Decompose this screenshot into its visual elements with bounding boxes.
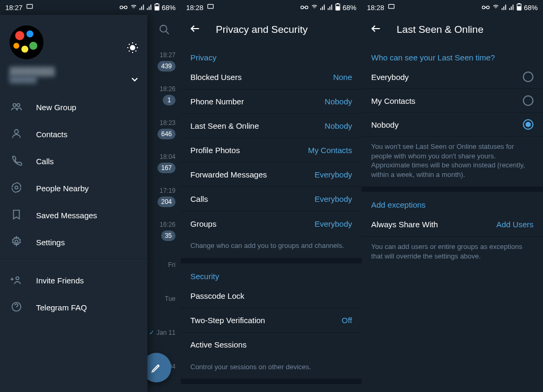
wifi-icon bbox=[311, 4, 318, 12]
status-bar: 18:28 68% bbox=[362, 0, 543, 15]
signal2-icon bbox=[328, 4, 333, 12]
peek-time: 17:19 bbox=[160, 187, 176, 194]
drawer-item-group[interactable]: New Group bbox=[0, 94, 147, 121]
row-label: Profile Photos bbox=[190, 146, 240, 155]
svg-point-23 bbox=[486, 6, 489, 8]
battery-icon bbox=[516, 3, 522, 12]
settings-row[interactable]: Blocked UsersNone bbox=[181, 65, 362, 90]
drawer-item-help[interactable]: Telegram FAQ bbox=[0, 294, 147, 321]
settings-row[interactable]: Passcode Lock bbox=[181, 284, 362, 308]
row-label: Active Sessions bbox=[190, 340, 247, 349]
settings-row[interactable]: Profile PhotosMy Contacts bbox=[181, 138, 362, 163]
settings-row[interactable]: CallsEverybody bbox=[181, 187, 362, 211]
settings-row[interactable]: Two-Step VerificationOff bbox=[181, 308, 362, 333]
navigation-drawer: ████████ ██████ New GroupContactsCallsPe… bbox=[0, 15, 147, 392]
radio-option[interactable]: My Contacts bbox=[362, 89, 543, 113]
svg-point-16 bbox=[301, 6, 303, 8]
bookmark-icon bbox=[11, 209, 22, 222]
row-label: Blocked Users bbox=[190, 73, 242, 82]
drawer-item-person[interactable]: Contacts bbox=[0, 121, 147, 148]
drawer-item-label: Telegram FAQ bbox=[36, 303, 87, 312]
battery-pct: 68% bbox=[343, 4, 356, 12]
settings-header: Last Seen & Online bbox=[362, 15, 543, 44]
chat-peek-row[interactable]: 18:23646 bbox=[148, 112, 181, 146]
svg-rect-21 bbox=[388, 4, 394, 8]
drawer-item-label: Settings bbox=[36, 238, 65, 247]
search-icon[interactable] bbox=[148, 15, 181, 44]
row-value: My Contacts bbox=[308, 146, 352, 155]
avatar[interactable] bbox=[10, 25, 43, 59]
unread-badge: 35 bbox=[161, 230, 176, 241]
svg-point-17 bbox=[305, 6, 308, 8]
settings-header: Privacy and Security bbox=[181, 15, 362, 44]
battery-pct: 68% bbox=[524, 4, 538, 12]
settings-row[interactable]: Active Sessions bbox=[181, 333, 362, 357]
svg-point-11 bbox=[15, 186, 18, 189]
status-time: 18:28 bbox=[186, 4, 204, 12]
drawer-item-label: People Nearby bbox=[36, 184, 89, 193]
drawer-item-label: Calls bbox=[36, 157, 54, 166]
unread-badge: 646 bbox=[157, 129, 176, 139]
radio-option[interactable]: Nobody bbox=[362, 113, 543, 137]
vpn-icon bbox=[300, 4, 309, 12]
row-label: Groups bbox=[190, 219, 216, 228]
settings-row[interactable]: Last Seen & OnlineNobody bbox=[181, 114, 362, 138]
status-time: 18:27 bbox=[5, 4, 23, 12]
svg-point-7 bbox=[130, 45, 135, 50]
svg-rect-4 bbox=[156, 3, 157, 4]
back-arrow-icon[interactable] bbox=[370, 23, 382, 37]
row-value: Everybody bbox=[314, 219, 352, 228]
back-arrow-icon[interactable] bbox=[189, 23, 201, 37]
row-label: Passcode Lock bbox=[190, 291, 244, 300]
section-title-delete: Delete my account bbox=[181, 384, 362, 392]
chat-peek-row[interactable]: 18:04167 bbox=[148, 146, 181, 180]
divider bbox=[0, 259, 147, 260]
cast-icon bbox=[207, 3, 214, 12]
drawer-item-nearby[interactable]: People Nearby bbox=[0, 175, 147, 202]
row-label: Last Seen & Online bbox=[190, 121, 259, 130]
phone-icon bbox=[11, 155, 22, 168]
invite-icon bbox=[11, 274, 22, 287]
section-footer: You can add users or entire groups as ex… bbox=[362, 237, 543, 268]
drawer-item-bookmark[interactable]: Saved Messages bbox=[0, 202, 147, 229]
signal2-icon bbox=[147, 4, 152, 12]
section-title-who: Who can see your Last Seen time? bbox=[362, 44, 543, 65]
peek-time: 18:26 bbox=[160, 85, 176, 93]
svg-rect-5 bbox=[155, 6, 159, 10]
settings-row[interactable]: Phone NumberNobody bbox=[181, 90, 362, 114]
chat-peek-row[interactable]: 16:2635 bbox=[148, 214, 181, 248]
drawer-item-phone[interactable]: Calls bbox=[0, 148, 147, 175]
settings-row[interactable]: Forwarded MessagesEverybody bbox=[181, 163, 362, 187]
row-label: Calls bbox=[190, 194, 208, 203]
row-value: Nobody bbox=[325, 121, 352, 130]
unread-badge: 167 bbox=[157, 163, 176, 173]
svg-point-6 bbox=[160, 25, 167, 32]
svg-point-2 bbox=[124, 6, 127, 8]
battery-icon bbox=[154, 3, 160, 12]
row-value: Add Users bbox=[496, 220, 533, 229]
drawer-item-invite[interactable]: Invite Friends bbox=[0, 267, 147, 294]
chat-peek-row[interactable]: 17:19204 bbox=[148, 180, 181, 214]
theme-toggle-icon[interactable] bbox=[126, 41, 139, 56]
row-value: Nobody bbox=[325, 97, 352, 106]
row-label: Phone Number bbox=[190, 97, 244, 106]
svg-point-22 bbox=[482, 6, 485, 8]
chat-peek-row[interactable]: 18:261 bbox=[148, 78, 181, 112]
settings-row[interactable]: GroupsEverybody bbox=[181, 211, 362, 236]
status-time: 18:28 bbox=[367, 4, 384, 12]
signal-icon bbox=[320, 4, 326, 12]
exception-row[interactable]: Always Share With Add Users bbox=[362, 212, 543, 237]
chat-peek-row[interactable]: 18:27439 bbox=[148, 44, 181, 78]
section-footer: Change who can add you to groups and cha… bbox=[181, 236, 362, 258]
radio-indicator bbox=[523, 95, 533, 106]
account-sub: ██████ bbox=[10, 76, 138, 83]
unread-badge: 1 bbox=[163, 95, 176, 105]
status-bar: 18:27 68% bbox=[0, 0, 181, 15]
drawer-item-gear[interactable]: Settings bbox=[0, 229, 147, 256]
peek-time: 18:27 bbox=[160, 51, 176, 59]
radio-option[interactable]: Everybody bbox=[362, 65, 543, 89]
chevron-down-icon[interactable] bbox=[129, 74, 140, 87]
battery-pct: 68% bbox=[162, 4, 176, 12]
cast-icon bbox=[388, 3, 395, 12]
person-icon bbox=[11, 128, 22, 141]
